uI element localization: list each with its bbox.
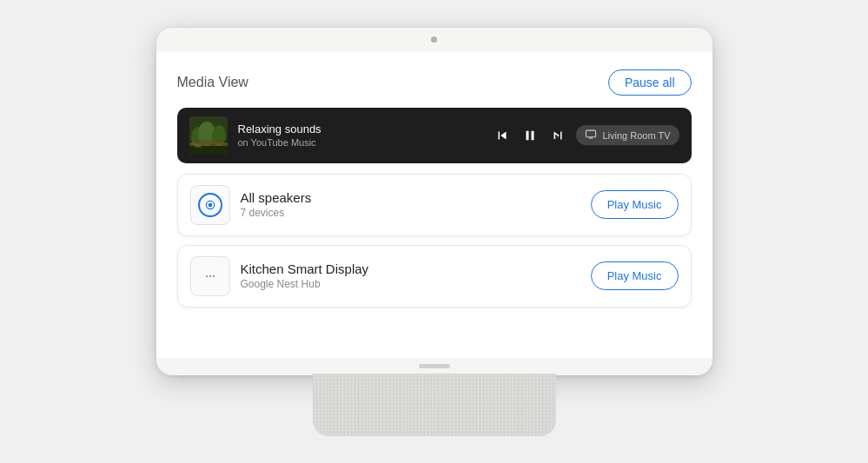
tv-label: Living Room TV — [602, 130, 670, 141]
track-info: Relaxing sounds on YouTube Music — [238, 122, 485, 148]
svg-rect-8 — [589, 137, 593, 138]
device-home-bar — [156, 358, 712, 375]
home-pill — [419, 364, 450, 368]
display-icon: ··· — [204, 267, 215, 285]
device-screen: Media View Pause all — [156, 52, 712, 358]
speaker-icon — [198, 193, 222, 217]
base-fabric — [313, 374, 556, 436]
tv-badge[interactable]: Living Room TV — [576, 125, 679, 145]
media-view-title: Media View — [177, 75, 248, 90]
svg-point-6 — [193, 140, 224, 145]
device-name-kitchen: Kitchen Smart Display — [241, 261, 580, 276]
tv-icon — [585, 129, 597, 141]
media-header: Media View Pause all — [177, 69, 692, 96]
device-base — [313, 374, 556, 436]
pause-button[interactable] — [522, 128, 538, 143]
device-info-kitchen: Kitchen Smart Display Google Nest Hub — [241, 261, 580, 290]
device-wrapper: Media View Pause all — [156, 28, 712, 436]
device-info-speakers: All speakers 7 devices — [241, 190, 580, 219]
camera-dot — [431, 36, 437, 43]
device-icon-box-speakers — [190, 185, 230, 225]
device-sub-kitchen: Google Nest Hub — [241, 278, 580, 290]
device-name-speakers: All speakers — [241, 190, 580, 205]
device-item-all-speakers: All speakers 7 devices Play Music — [177, 174, 692, 236]
device-sub-speakers: 7 devices — [241, 207, 580, 219]
device-item-kitchen: ··· Kitchen Smart Display Google Nest Hu… — [177, 245, 692, 308]
track-name: Relaxing sounds — [238, 122, 485, 136]
track-source: on YouTube Music — [238, 137, 485, 148]
now-playing-card: Relaxing sounds on YouTube Music — [177, 108, 692, 163]
playback-controls — [494, 128, 566, 143]
device-frame: Media View Pause all — [156, 28, 712, 375]
skip-forward-button[interactable] — [550, 128, 566, 143]
play-music-button-kitchen[interactable]: Play Music — [591, 261, 679, 290]
play-music-button-speakers[interactable]: Play Music — [591, 190, 679, 219]
svg-point-9 — [208, 202, 212, 207]
svg-rect-7 — [586, 130, 596, 137]
device-icon-box-kitchen: ··· — [190, 256, 230, 296]
album-art — [189, 116, 228, 155]
pause-all-button[interactable]: Pause all — [608, 69, 692, 96]
device-top-bar — [156, 28, 712, 52]
skip-back-button[interactable] — [494, 128, 510, 143]
